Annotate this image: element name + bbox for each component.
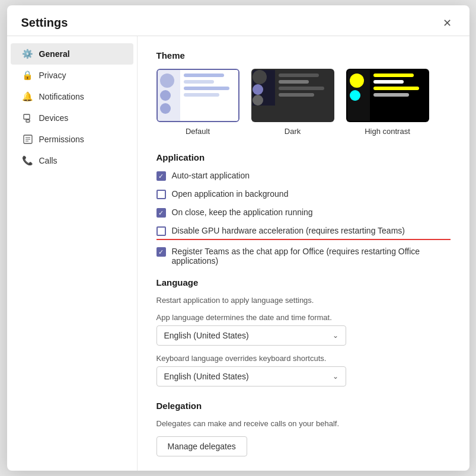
checkbox-label-register-teams: Register Teams as the chat app for Offic… [172, 247, 451, 266]
theme-preview-default [156, 69, 239, 122]
main-content: Theme [138, 36, 469, 471]
chevron-down-icon: ⌄ [333, 331, 338, 340]
svg-rect-0 [24, 114, 30, 119]
delegation-section: Delegation Delegates can make and receiv… [156, 401, 451, 456]
sidebar-item-general[interactable]: ⚙️ General [11, 43, 133, 65]
checkbox-row-register-teams: Register Teams as the chat app for Offic… [156, 247, 451, 266]
app-language-select[interactable]: English (United States) ⌄ [156, 325, 346, 346]
delegation-section-title: Delegation [156, 401, 451, 411]
application-section-title: Application [156, 152, 451, 162]
preview-line-3 [184, 87, 229, 90]
chevron-down-icon-2: ⌄ [333, 372, 338, 381]
manage-delegates-button[interactable]: Manage delegates [156, 436, 247, 456]
theme-label-default: Default [186, 127, 210, 136]
checkbox-label-keep-running: On close, keep the application running [172, 207, 313, 217]
theme-options: Default [156, 69, 451, 136]
checkbox-autostart[interactable] [156, 171, 166, 181]
preview-line-4 [184, 93, 219, 97]
checkbox-keep-running[interactable] [156, 208, 166, 218]
sidebar-label-devices: Devices [39, 113, 69, 123]
checkbox-open-bg[interactable] [156, 190, 166, 199]
theme-option-default[interactable]: Default [156, 69, 239, 136]
checkbox-label-disable-gpu: Disable GPU hardware acceleration (requi… [172, 226, 405, 235]
delegation-desc: Delegates can make and receive calls on … [156, 419, 451, 428]
preview-hc-line-2 [373, 80, 404, 84]
preview-dark-avatar [253, 70, 267, 84]
red-underline-indicator [156, 239, 451, 240]
preview-hc-line-1 [373, 74, 414, 77]
keyboard-language-value: English (United States) [164, 372, 249, 381]
preview-hc-line-4 [373, 93, 409, 97]
sidebar-label-notifications: Notifications [39, 92, 84, 101]
preview-main-hc [370, 70, 428, 121]
preview-hc-line-3 [373, 87, 419, 90]
keyboard-language-label: Keyboard language overrides keyboard sho… [156, 354, 451, 363]
language-section-title: Language [156, 277, 451, 287]
preview-line-2 [184, 80, 215, 84]
sidebar-item-calls[interactable]: 📞 Calls [11, 150, 133, 171]
preview-avatar [160, 74, 174, 88]
bell-icon: 🔔 [23, 91, 33, 102]
checkbox-label-open-bg: Open application in background [172, 189, 289, 199]
sidebar-item-devices[interactable]: Devices [11, 107, 133, 129]
dialog-body: ⚙️ General 🔒 Privacy 🔔 Notifications Dev… [7, 36, 469, 471]
phone-icon: 📞 [23, 155, 33, 166]
language-section: Language Restart application to apply la… [156, 277, 451, 386]
svg-rect-1 [26, 120, 30, 122]
sidebar-item-notifications[interactable]: 🔔 Notifications [11, 86, 133, 107]
preview-hc-avatar [350, 74, 364, 88]
dialog-header: Settings ✕ [7, 5, 469, 36]
permissions-icon [23, 134, 33, 145]
sidebar: ⚙️ General 🔒 Privacy 🔔 Notifications Dev… [7, 36, 138, 471]
checkbox-row-disable-gpu: Disable GPU hardware acceleration (requi… [156, 226, 451, 238]
preview-line-1 [184, 74, 225, 77]
preview-main-dark [275, 70, 333, 121]
checkbox-label-autostart: Auto-start application [172, 171, 250, 180]
checkbox-row-keep-running: On close, keep the application running [156, 207, 451, 218]
theme-preview-hc [346, 69, 429, 122]
language-desc: Restart application to apply language se… [156, 296, 451, 305]
app-language-value: English (United States) [164, 331, 249, 340]
app-language-label: App language determines the date and tim… [156, 313, 451, 322]
settings-dialog: Settings ✕ ⚙️ General 🔒 Privacy 🔔 Notifi… [7, 5, 469, 471]
sidebar-label-permissions: Permissions [39, 135, 84, 144]
preview-dot-2 [160, 103, 171, 114]
checkbox-row-autostart: Auto-start application [156, 171, 451, 181]
device-icon [23, 113, 33, 123]
theme-section-title: Theme [156, 50, 451, 60]
lock-icon: 🔒 [23, 70, 33, 81]
theme-label-hc: High contrast [365, 127, 410, 136]
preview-main-default [180, 70, 238, 121]
preview-dark-line-2 [279, 80, 309, 84]
sidebar-label-privacy: Privacy [39, 71, 66, 80]
theme-section: Theme [156, 50, 451, 136]
preview-hc-dot-1 [350, 90, 360, 101]
theme-preview-dark [251, 69, 334, 122]
preview-dark-dot-1 [253, 84, 263, 95]
sidebar-label-calls: Calls [39, 156, 57, 165]
theme-option-hc[interactable]: High contrast [346, 69, 429, 136]
preview-dark-line-3 [279, 87, 324, 90]
preview-dark-dot-2 [253, 95, 263, 106]
theme-label-dark: Dark [285, 127, 301, 136]
checkbox-register-teams[interactable] [156, 247, 166, 257]
dialog-title: Settings [21, 16, 68, 30]
sidebar-item-privacy[interactable]: 🔒 Privacy [11, 65, 133, 86]
theme-option-dark[interactable]: Dark [251, 69, 334, 136]
sidebar-label-general: General [39, 49, 70, 59]
preview-dot-1 [160, 90, 171, 101]
checkbox-disable-gpu[interactable] [156, 226, 166, 236]
checkbox-row-open-bg: Open application in background [156, 189, 451, 199]
keyboard-language-select[interactable]: English (United States) ⌄ [156, 366, 346, 386]
preview-dark-line-1 [279, 74, 320, 77]
close-button[interactable]: ✕ [439, 17, 455, 30]
application-section: Application Auto-start application Open … [156, 152, 451, 266]
preview-dark-line-4 [279, 93, 314, 97]
gear-icon: ⚙️ [23, 49, 33, 59]
sidebar-item-permissions[interactable]: Permissions [11, 129, 133, 150]
